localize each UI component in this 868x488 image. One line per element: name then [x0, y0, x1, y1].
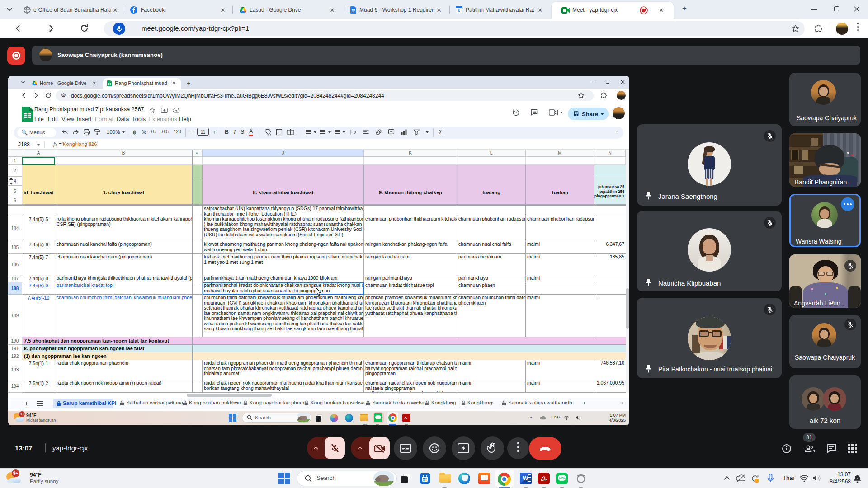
svg-text:8: 8	[458, 8, 460, 13]
svg-text:z: z	[857, 477, 859, 480]
